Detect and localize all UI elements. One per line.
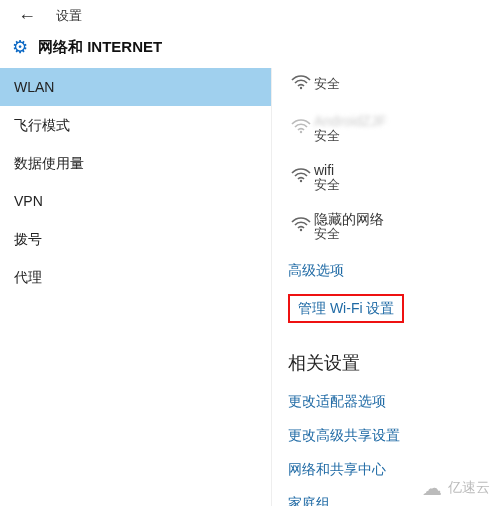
wifi-network[interactable]: 隐藏的网络 安全 bbox=[288, 205, 500, 248]
manage-wifi-link[interactable]: 管理 Wi-Fi 设置 bbox=[298, 300, 394, 316]
related-link-sharing[interactable]: 更改高级共享设置 bbox=[288, 419, 500, 453]
related-link-adapter[interactable]: 更改适配器选项 bbox=[288, 385, 500, 419]
watermark: ☁ 亿速云 bbox=[422, 478, 490, 498]
related-settings-title: 相关设置 bbox=[288, 351, 500, 375]
wifi-status: 安全 bbox=[314, 227, 384, 242]
wifi-network[interactable]: AndroidZJF 安全 bbox=[288, 107, 500, 150]
sidebar-item-airplane[interactable]: 飞行模式 bbox=[0, 106, 271, 144]
sidebar-item-wlan[interactable]: WLAN bbox=[0, 68, 271, 106]
back-button[interactable]: ← bbox=[12, 6, 42, 27]
section-title: 网络和 INTERNET bbox=[38, 38, 162, 57]
wifi-icon bbox=[288, 216, 314, 237]
wifi-network[interactable]: 安全 bbox=[288, 68, 500, 101]
header-label: 设置 bbox=[56, 7, 82, 25]
svg-point-0 bbox=[300, 87, 302, 89]
main-panel: 安全 AndroidZJF 安全 wifi 安全 bbox=[272, 68, 500, 506]
watermark-text: 亿速云 bbox=[448, 479, 490, 497]
wifi-icon bbox=[288, 118, 314, 139]
svg-point-2 bbox=[300, 180, 302, 182]
gear-icon: ⚙ bbox=[12, 36, 28, 58]
content-columns: WLAN 飞行模式 数据使用量 VPN 拨号 代理 安全 AndroidZJF … bbox=[0, 68, 500, 506]
sidebar-item-data-usage[interactable]: 数据使用量 bbox=[0, 144, 271, 182]
wifi-ssid: 隐藏的网络 bbox=[314, 211, 384, 227]
svg-point-3 bbox=[300, 229, 302, 231]
wifi-icon bbox=[288, 74, 314, 95]
sidebar-item-dialup[interactable]: 拨号 bbox=[0, 220, 271, 258]
advanced-options-link[interactable]: 高级选项 bbox=[288, 254, 500, 288]
sidebar-item-proxy[interactable]: 代理 bbox=[0, 258, 271, 296]
svg-point-1 bbox=[300, 131, 302, 133]
wifi-ssid: wifi bbox=[314, 162, 340, 178]
cloud-icon: ☁ bbox=[422, 478, 442, 498]
wifi-icon bbox=[288, 167, 314, 188]
sidebar-item-vpn[interactable]: VPN bbox=[0, 182, 271, 220]
section-title-row: ⚙ 网络和 INTERNET bbox=[0, 32, 500, 68]
wifi-network[interactable]: wifi 安全 bbox=[288, 156, 500, 199]
wifi-status: 安全 bbox=[314, 77, 340, 92]
header-bar: ← 设置 bbox=[0, 0, 500, 32]
wifi-status: 安全 bbox=[314, 178, 340, 193]
wifi-ssid: AndroidZJF bbox=[314, 113, 386, 129]
manage-wifi-highlight: 管理 Wi-Fi 设置 bbox=[288, 294, 404, 323]
sidebar: WLAN 飞行模式 数据使用量 VPN 拨号 代理 bbox=[0, 68, 272, 506]
wifi-status: 安全 bbox=[314, 129, 386, 144]
